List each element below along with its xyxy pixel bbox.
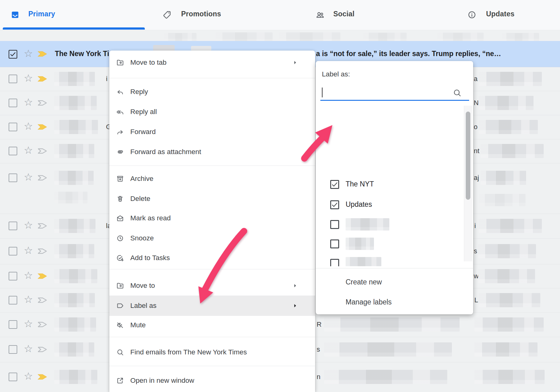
importance-marker-icon[interactable] [38,222,47,230]
submenu-arrow-icon [292,302,298,310]
importance-marker-icon[interactable] [38,346,47,353]
redacted-text-block [474,370,545,384]
menu-item-archive[interactable]: Archive [109,169,315,189]
redacted-text-block [478,269,535,283]
star-icon[interactable]: ☆ [23,371,34,381]
tab-promotions[interactable]: Promotions [162,0,230,30]
menu-item-add-to-tasks[interactable]: Add to Tasks [109,248,315,268]
importance-marker-icon[interactable] [38,123,47,131]
row-checkbox[interactable] [9,320,17,329]
tab-primary[interactable]: Primary [10,0,78,30]
star-icon[interactable]: ☆ [23,245,34,255]
folder-move-icon [116,282,124,291]
divider [109,78,315,78]
menu-item-move-to[interactable]: Move to [109,276,315,296]
redacted-sender-block [54,72,95,86]
checkbox-unchecked[interactable] [330,259,339,266]
row-checkbox[interactable] [9,147,17,155]
importance-marker-icon[interactable] [38,99,47,107]
checkbox-unchecked[interactable] [330,220,339,229]
menu-item-forward-as-attachment[interactable]: Forward as attachment [109,142,315,162]
row-checkbox[interactable] [9,345,17,354]
label-name: Updates [346,200,372,209]
envelope-icon [116,214,124,223]
row-checkbox-checked[interactable] [9,50,17,59]
scrollbar-thumb[interactable] [466,112,470,200]
menu-item-mute[interactable]: Mute [109,315,315,335]
row-checkbox[interactable] [9,75,17,83]
menu-item-label: Move to tab [130,59,167,67]
menu-item-label: Add to Tasks [130,254,170,262]
row-checkbox[interactable] [9,222,17,230]
row-checkbox[interactable] [9,123,17,131]
star-icon[interactable]: ☆ [23,73,34,83]
label-option-redacted[interactable] [316,253,464,266]
checkbox-checked[interactable] [330,200,339,209]
redacted-text-block [479,219,542,233]
row-checkbox[interactable] [9,247,17,255]
menu-item-delete[interactable]: Delete [109,189,315,209]
menu-item-label: Move to [130,282,155,290]
menu-item-reply[interactable]: Reply [109,82,315,102]
checkbox-unchecked[interactable] [330,239,339,248]
star-icon[interactable]: ☆ [23,294,34,304]
label-option-redacted[interactable] [316,214,464,234]
label-option-redacted[interactable] [316,234,464,254]
star-icon[interactable]: ☆ [23,145,34,155]
star-icon[interactable]: ☆ [23,97,34,107]
importance-marker-icon[interactable] [38,296,47,304]
menu-item-mark-as-read[interactable]: Mark as read [109,208,315,228]
importance-marker-icon[interactable] [38,75,47,83]
label-option-the-nyt[interactable]: The NYT [316,174,464,194]
row-checkbox[interactable] [9,296,17,304]
redacted-text-block [324,342,452,357]
row-checkbox[interactable] [9,174,17,182]
redacted-sender-block [54,219,95,233]
tab-updates[interactable]: Updates [467,0,535,30]
star-icon[interactable]: ☆ [23,319,34,329]
menu-item-move-to-tab[interactable]: Move to tab [109,53,315,72]
subject-fragment: i [474,222,476,230]
importance-marker-icon[interactable] [38,321,47,328]
star-icon[interactable]: ☆ [23,344,34,354]
importance-marker-icon[interactable] [38,174,47,182]
tab-social[interactable]: Social [315,0,383,30]
star-icon[interactable]: ☆ [23,121,34,131]
label-search-input[interactable] [321,86,457,99]
star-icon[interactable]: ☆ [23,48,34,59]
text-cursor [322,88,323,97]
row-checkbox[interactable] [9,373,17,381]
email-row-partial[interactable] [0,30,560,41]
row-checkbox[interactable] [9,99,17,107]
redacted-sender-block [54,171,94,185]
importance-marker-icon[interactable] [38,247,47,255]
menu-item-forward[interactable]: Forward [109,122,315,142]
menu-item-find-emails-from-the-new-york-times[interactable]: Find emails from The New York Times [109,342,315,362]
divider [109,337,315,337]
menu-item-snooze[interactable]: Snooze [109,228,315,248]
redacted-text-block [216,32,273,42]
star-icon[interactable]: ☆ [23,220,34,230]
menu-item-reply-all[interactable]: Reply all [109,102,315,122]
importance-marker-icon[interactable] [38,147,47,155]
importance-marker-icon[interactable] [38,373,47,381]
redacted-text-block [481,171,526,185]
label-icon [116,302,124,311]
row-checkbox[interactable] [9,272,17,280]
importance-marker-icon[interactable] [38,50,47,58]
menu-item-open-in-new-window[interactable]: Open in new window [109,371,315,390]
importance-marker-icon[interactable] [38,272,47,280]
attach-icon [116,148,124,157]
create-new-button[interactable]: Create new [346,276,382,288]
label-option-updates[interactable]: Updates [316,195,464,214]
menu-item-label-as[interactable]: Label as [109,296,315,316]
checkbox-checked[interactable] [330,180,339,189]
star-icon[interactable]: ☆ [23,172,34,182]
redacted-text-block [502,33,539,41]
manage-labels-button[interactable]: Manage labels [346,296,392,308]
search-icon [116,348,124,357]
redacted-text-block [279,32,340,42]
star-icon[interactable]: ☆ [23,270,34,280]
redacted-text-block [478,244,536,258]
reply-icon [116,88,124,97]
